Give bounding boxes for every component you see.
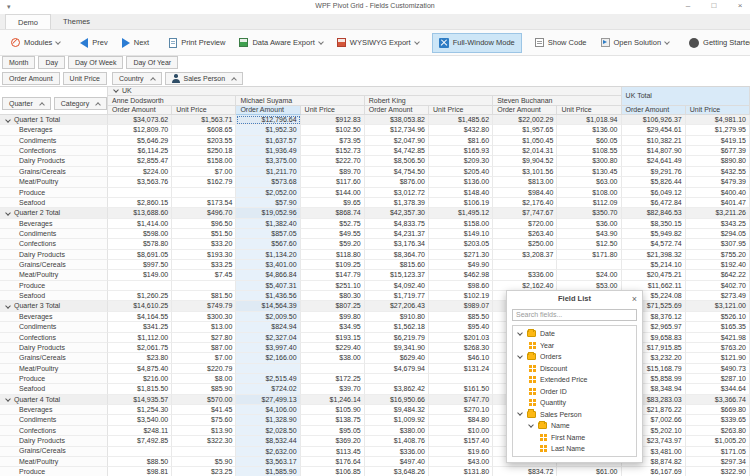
toolbar-button-wysiwyg-export[interactable]: WYSIWYG Export bbox=[330, 33, 426, 53]
pivot-cell[interactable]: $59.20 bbox=[301, 239, 365, 249]
pivot-cell[interactable]: $669.80 bbox=[686, 405, 750, 415]
pivot-cell[interactable]: $2,860.15 bbox=[108, 198, 172, 208]
pivot-cell[interactable]: $108.55 bbox=[557, 146, 621, 156]
pivot-cell[interactable]: $578.80 bbox=[108, 239, 172, 249]
pivot-cell[interactable]: $19.60 bbox=[429, 447, 493, 457]
pivot-cell[interactable]: $868.74 bbox=[301, 208, 365, 218]
pivot-cell[interactable]: $344.64 bbox=[686, 384, 750, 394]
pivot-cell[interactable]: $108.00 bbox=[557, 188, 621, 198]
pivot-cell[interactable]: $1,408.76 bbox=[365, 436, 429, 446]
pivot-cell[interactable]: $6,219.79 bbox=[365, 333, 429, 343]
pivot-cell[interactable]: $113.45 bbox=[301, 447, 365, 457]
pivot-cell[interactable]: $209.30 bbox=[429, 156, 493, 166]
pivot-cell[interactable]: $294.05 bbox=[686, 229, 750, 239]
row-header-produce[interactable]: Produce bbox=[0, 467, 108, 476]
pivot-cell[interactable]: $1,050.45 bbox=[493, 136, 557, 146]
pivot-cell[interactable]: $263.40 bbox=[493, 229, 557, 239]
row-header-beverages[interactable]: Beverages bbox=[0, 219, 108, 229]
row-header-quarter-2-total[interactable]: Quarter 2 Total bbox=[0, 208, 108, 218]
pivot-cell[interactable]: $7,492.85 bbox=[108, 436, 172, 446]
pivot-cell[interactable] bbox=[301, 364, 365, 374]
pivot-cell[interactable]: $22,002.29 bbox=[493, 115, 557, 125]
pivot-cell[interactable]: $73.95 bbox=[301, 136, 365, 146]
toolbar-button-open-solution[interactable]: Open Solution bbox=[594, 33, 677, 53]
pivot-cell[interactable]: $747.70 bbox=[429, 395, 493, 405]
row-header-quarter-1-total[interactable]: Quarter 1 Total bbox=[0, 115, 108, 125]
pivot-cell[interactable]: $271.30 bbox=[429, 250, 493, 260]
pivot-cell[interactable]: $287.10 bbox=[686, 374, 750, 384]
column-field-sales-person[interactable]: Sales Person bbox=[165, 72, 244, 85]
pivot-cell[interactable]: $144.00 bbox=[301, 188, 365, 198]
pivot-cell[interactable]: $75.60 bbox=[172, 415, 236, 425]
pivot-cell[interactable]: $479.39 bbox=[686, 177, 750, 187]
pivot-cell[interactable]: $24,641.49 bbox=[622, 156, 686, 166]
minimize-button[interactable]: – bbox=[682, 1, 694, 10]
pivot-cell[interactable]: $984.40 bbox=[493, 188, 557, 198]
measure-header-unit-price[interactable]: Unit Price bbox=[429, 106, 493, 115]
pivot-cell[interactable]: $105.90 bbox=[301, 405, 365, 415]
pivot-cell[interactable]: $118.80 bbox=[301, 250, 365, 260]
pivot-cell[interactable]: $147.79 bbox=[301, 270, 365, 280]
data-field-order-amount[interactable]: Order Amount bbox=[2, 72, 60, 85]
pivot-cell[interactable]: $205.40 bbox=[429, 167, 493, 177]
pivot-cell[interactable]: $3,401.00 bbox=[236, 260, 300, 270]
pivot-cell[interactable]: $149.10 bbox=[429, 229, 493, 239]
pivot-cell[interactable]: $229.40 bbox=[301, 343, 365, 353]
toolbar-button-next[interactable]: Next bbox=[115, 33, 156, 53]
column-field-country[interactable]: Country bbox=[112, 72, 162, 85]
pivot-cell[interactable]: $173.54 bbox=[172, 198, 236, 208]
pivot-cell[interactable]: $629.40 bbox=[365, 353, 429, 363]
pivot-cell[interactable]: $608.65 bbox=[172, 125, 236, 135]
pivot-cell[interactable]: $1,378.39 bbox=[365, 198, 429, 208]
pivot-cell[interactable] bbox=[493, 260, 557, 270]
pivot-cell[interactable]: $4,742.85 bbox=[365, 146, 429, 156]
pivot-cell[interactable]: $250.18 bbox=[172, 146, 236, 156]
tree-node-order-id[interactable]: Order ID bbox=[513, 386, 636, 398]
pivot-cell[interactable]: $3,176.34 bbox=[365, 239, 429, 249]
measure-header-order-amount[interactable]: Order Amount bbox=[236, 106, 300, 115]
row-header-confections[interactable]: Confections bbox=[0, 426, 108, 436]
pivot-cell[interactable]: $38,053.82 bbox=[365, 115, 429, 125]
pivot-cell[interactable]: $43.00 bbox=[429, 457, 493, 467]
pivot-cell[interactable]: $3,366.74 bbox=[686, 395, 750, 405]
pivot-cell[interactable]: $1,279.95 bbox=[686, 125, 750, 135]
pivot-cell[interactable]: $1,563.71 bbox=[172, 115, 236, 125]
pivot-cell[interactable]: $106.19 bbox=[429, 198, 493, 208]
pivot-cell[interactable]: $4,092.40 bbox=[365, 281, 429, 291]
person-header-michael-suyama[interactable]: Michael Suyama bbox=[236, 96, 364, 106]
pivot-cell[interactable]: $270.10 bbox=[429, 405, 493, 415]
measure-header-unit-price[interactable]: Unit Price bbox=[686, 106, 750, 115]
pivot-cell[interactable]: $41.45 bbox=[172, 405, 236, 415]
pivot-cell[interactable]: $3,563.76 bbox=[108, 177, 172, 187]
pivot-cell[interactable]: $910.80 bbox=[365, 312, 429, 322]
pivot-cell[interactable]: $10,382.21 bbox=[622, 136, 686, 146]
pivot-cell[interactable] bbox=[236, 364, 300, 374]
row-header-dairy-products[interactable]: Dairy Products bbox=[0, 436, 108, 446]
pivot-cell[interactable]: $250.00 bbox=[493, 239, 557, 249]
pivot-cell[interactable]: $9.65 bbox=[301, 198, 365, 208]
pivot-cell[interactable]: $598.00 bbox=[108, 229, 172, 239]
pivot-cell[interactable]: $82,846.53 bbox=[622, 208, 686, 218]
pivot-cell[interactable]: $2,855.47 bbox=[108, 156, 172, 166]
filter-field-month[interactable]: Month bbox=[2, 56, 35, 69]
pivot-cell[interactable]: $369.20 bbox=[301, 436, 365, 446]
pivot-cell[interactable]: $51.50 bbox=[172, 229, 236, 239]
measure-header-order-amount[interactable]: Order Amount bbox=[622, 106, 686, 115]
pivot-cell[interactable]: $112.09 bbox=[557, 198, 621, 208]
toolbar-button-full-window-mode[interactable]: Full-Window Mode bbox=[432, 33, 522, 53]
pivot-cell[interactable]: $2,009.50 bbox=[236, 312, 300, 322]
row-header-seafood[interactable]: Seafood bbox=[0, 198, 108, 208]
pivot-cell[interactable]: $8,364.70 bbox=[365, 250, 429, 260]
pivot-cell[interactable]: $131.80 bbox=[429, 467, 493, 476]
pivot-cell[interactable]: $106,926.37 bbox=[622, 115, 686, 125]
row-header-meat-poultry[interactable]: Meat/Poultry bbox=[0, 457, 108, 467]
pivot-cell[interactable]: $248.11 bbox=[108, 426, 172, 436]
tree-node-quantity[interactable]: Quantity bbox=[513, 397, 636, 409]
pivot-cell[interactable]: $60.05 bbox=[557, 136, 621, 146]
pivot-cell[interactable]: $85.90 bbox=[172, 384, 236, 394]
pivot-cell[interactable]: $3,375.00 bbox=[236, 156, 300, 166]
pivot-cell[interactable]: $193.30 bbox=[172, 250, 236, 260]
pivot-cell[interactable]: $106.85 bbox=[301, 467, 365, 476]
row-header-beverages[interactable]: Beverages bbox=[0, 312, 108, 322]
toolbar-button-modules[interactable]: Modules bbox=[4, 33, 67, 53]
